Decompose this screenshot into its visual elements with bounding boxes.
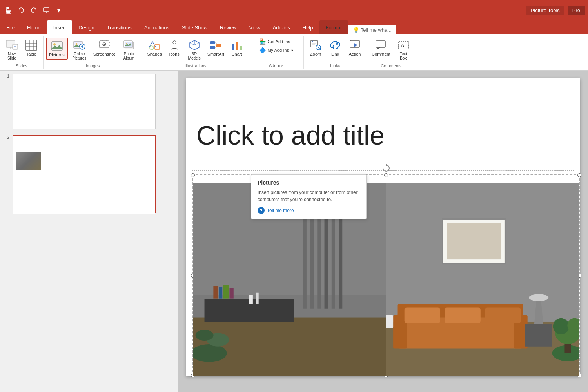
quick-access-more[interactable]: ▾ xyxy=(53,5,64,16)
title-bar: ▾ Picture Tools Pre xyxy=(0,0,588,20)
my-addins-label: My Add-ins xyxy=(267,48,289,53)
slide-thumb-2[interactable] xyxy=(13,135,156,213)
shapes-button[interactable]: Shapes xyxy=(145,38,164,58)
my-addins-arrow: ▾ xyxy=(291,48,293,53)
3d-models-button[interactable]: 3D Models xyxy=(185,38,204,62)
get-addins-button[interactable]: 🏪 Get Add-ins xyxy=(258,38,294,45)
lightbulb-icon: 💡 xyxy=(353,27,359,33)
svg-text:A: A xyxy=(401,43,405,49)
icons-button[interactable]: Icons xyxy=(165,38,184,58)
main-area: 1 2 Click to add title xyxy=(0,71,588,392)
ribbon-group-slides: New Slide Table Slides xyxy=(0,36,44,69)
table-button[interactable]: Table xyxy=(22,38,41,58)
svg-point-107 xyxy=(529,294,548,301)
tab-transitions[interactable]: Transitions xyxy=(101,20,138,34)
my-addins-button[interactable]: 🔷 My Add-ins ▾ xyxy=(258,46,294,54)
picture-tools-label: Picture Tools xyxy=(526,6,564,15)
title-bar-left: ▾ xyxy=(3,5,149,16)
text-box-icon: A xyxy=(397,39,410,52)
save-button[interactable] xyxy=(3,5,14,16)
title-bar-right: Picture Tools Pre xyxy=(439,6,585,15)
action-button[interactable]: Action xyxy=(345,38,364,58)
handle-top-mid[interactable] xyxy=(384,173,388,177)
tab-format[interactable]: Format xyxy=(319,20,348,34)
tab-help[interactable]: Help xyxy=(296,20,319,34)
slide-thumb-1[interactable] xyxy=(13,74,156,129)
handle-top-right[interactable] xyxy=(577,173,581,177)
svg-rect-21 xyxy=(51,42,62,50)
svg-point-31 xyxy=(103,44,105,45)
comment-button[interactable]: Comment xyxy=(369,38,393,58)
tab-insert[interactable]: Insert xyxy=(47,20,73,34)
icons-label: Icons xyxy=(169,52,180,56)
undo-button[interactable] xyxy=(16,5,27,16)
icons-icon xyxy=(168,39,181,52)
svg-rect-55 xyxy=(216,44,221,47)
canvas-area: Click to add title xyxy=(178,71,588,392)
images-group-content: Pictures Online Pictures Screenshot xyxy=(46,37,140,63)
addins-group-content: 🏪 Get Add-ins 🔷 My Add-ins ▾ xyxy=(258,37,294,62)
handle-top-left[interactable] xyxy=(191,173,195,177)
smartart-button[interactable]: SmartArt xyxy=(205,38,227,58)
chart-icon xyxy=(230,39,243,52)
tooltip-link[interactable]: ? Tell me more xyxy=(258,207,360,214)
photo-album-button[interactable]: Photo Album xyxy=(118,38,140,62)
svg-line-49 xyxy=(194,43,199,45)
rotate-handle[interactable] xyxy=(382,163,390,174)
tab-slideshow[interactable]: Slide Show xyxy=(176,20,214,34)
action-icon xyxy=(348,39,361,52)
tab-design[interactable]: Design xyxy=(72,20,100,34)
tab-home[interactable]: Home xyxy=(21,20,47,34)
my-addins-icon: 🔷 xyxy=(259,47,266,53)
svg-rect-51 xyxy=(210,46,215,49)
svg-point-113 xyxy=(553,318,569,334)
text-box-button[interactable]: A Text Box xyxy=(394,38,413,62)
picture-container[interactable] xyxy=(192,174,580,376)
link-label: Link xyxy=(331,52,339,56)
tell-me-input[interactable]: 💡 Tell me wha... xyxy=(348,25,396,34)
zoom-icon xyxy=(309,39,322,52)
svg-point-45 xyxy=(173,41,176,44)
svg-point-44 xyxy=(150,46,154,50)
svg-rect-102 xyxy=(405,307,440,323)
ribbon-group-illustrations: Shapes Icons 3D Models SmartArt xyxy=(142,36,249,69)
slides-group-content: New Slide Table xyxy=(2,37,41,63)
tooltip-link-text: Tell me more xyxy=(267,208,294,213)
svg-rect-93 xyxy=(249,295,253,304)
svg-rect-92 xyxy=(229,288,233,298)
chart-button[interactable]: Chart xyxy=(227,38,246,58)
tab-view[interactable]: View xyxy=(243,20,267,34)
redo-button[interactable] xyxy=(28,5,39,16)
svg-rect-56 xyxy=(232,44,234,50)
present-button[interactable] xyxy=(41,5,52,16)
screenshot-label: Screenshot xyxy=(93,52,115,56)
room-thumbnail xyxy=(16,152,41,170)
slide-title-area[interactable]: Click to add title xyxy=(192,100,574,171)
svg-line-48 xyxy=(190,43,194,45)
svg-rect-58 xyxy=(240,46,242,50)
online-pictures-button[interactable]: Online Pictures xyxy=(69,38,90,62)
tab-addins[interactable]: Add-ins xyxy=(267,20,296,34)
new-slide-button[interactable]: New Slide xyxy=(2,38,21,62)
svg-rect-70 xyxy=(376,41,385,47)
svg-rect-90 xyxy=(219,287,222,299)
links-group-label: Links xyxy=(330,62,340,68)
tell-me-text: Tell me wha... xyxy=(361,27,392,33)
slide-number-1: 1 xyxy=(3,74,11,78)
slide-canvas[interactable]: Click to add title xyxy=(186,78,580,376)
new-slide-label: New Slide xyxy=(7,52,16,60)
link-button[interactable]: Link xyxy=(326,38,345,58)
text-box-label: Text Box xyxy=(396,52,411,60)
pictures-button[interactable]: Pictures xyxy=(46,38,68,60)
tab-review[interactable]: Review xyxy=(214,20,243,34)
ribbon-group-comments: Comment A Text Box Comments xyxy=(367,36,416,69)
screenshot-button[interactable]: Screenshot xyxy=(91,38,118,58)
online-pictures-icon xyxy=(73,39,85,52)
svg-rect-77 xyxy=(193,318,386,376)
smartart-icon xyxy=(209,39,222,52)
zoom-button[interactable]: Zoom xyxy=(306,38,325,58)
tab-animations[interactable]: Animations xyxy=(138,20,176,34)
slide-thumb-inner-1 xyxy=(13,74,155,129)
svg-rect-89 xyxy=(213,286,218,299)
tab-file[interactable]: File xyxy=(0,20,21,34)
